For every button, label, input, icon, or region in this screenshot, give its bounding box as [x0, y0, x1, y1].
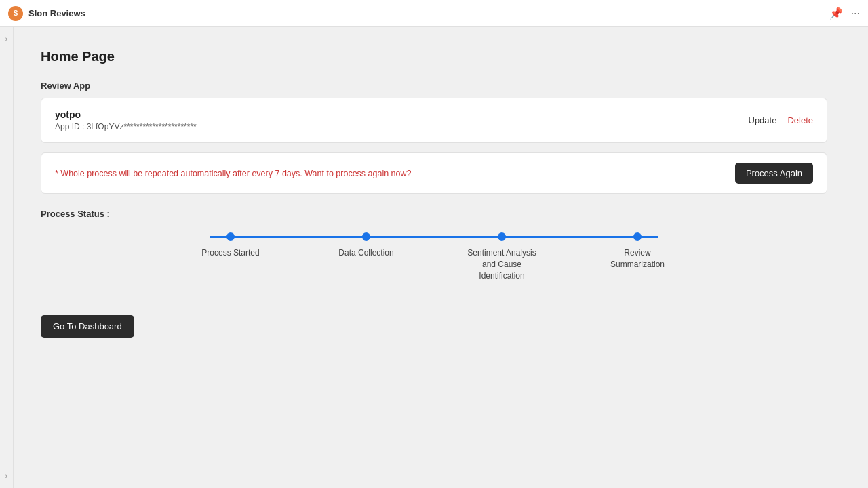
step-2-dot: [362, 232, 370, 241]
sidebar-toggle[interactable]: ›: [5, 35, 7, 43]
steps-row: Process Started Data Collection Sentimen…: [183, 232, 685, 281]
step-1-label: Process Started: [201, 247, 259, 259]
more-options-icon[interactable]: ···: [851, 7, 860, 20]
step-3-dot: [498, 232, 506, 241]
process-status-label: Process Status :: [41, 209, 827, 219]
content-area: Home Page Review App yotpo App ID : 3LfO…: [14, 27, 854, 488]
topbar-right: 📌 ···: [829, 7, 860, 20]
step-4-label: ReviewSummarization: [610, 247, 665, 270]
review-app-card: yotpo App ID : 3LfOpYVz*****************…: [41, 98, 827, 143]
progress-container: Process Started Data Collection Sentimen…: [183, 232, 685, 281]
pin-icon[interactable]: 📌: [829, 7, 843, 20]
topbar-left: S Slon Reviews: [8, 6, 85, 21]
update-button[interactable]: Update: [749, 115, 777, 125]
sidebar-bottom-toggle[interactable]: ›: [5, 472, 7, 480]
app-name: Slon Reviews: [28, 8, 85, 18]
review-app-actions: Update Delete: [749, 115, 814, 125]
step-4: ReviewSummarization: [590, 232, 685, 270]
review-app-section-label: Review App: [41, 81, 827, 91]
topbar: S Slon Reviews 📌 ···: [0, 0, 868, 27]
step-1-dot: [226, 232, 235, 241]
dashboard-button[interactable]: Go To Dashboard: [41, 315, 134, 338]
page-title: Home Page: [41, 49, 827, 64]
delete-button[interactable]: Delete: [787, 115, 813, 125]
process-again-button[interactable]: Process Again: [735, 163, 813, 184]
step-3-label: Sentiment Analysisand CauseIdentificatio…: [467, 247, 536, 281]
warning-card: * Whole process will be repeated automat…: [41, 152, 827, 194]
main-layout: › › Home Page Review App yotpo App ID : …: [0, 27, 868, 488]
app-logo: S: [8, 6, 23, 21]
right-panel: [854, 27, 868, 488]
step-2-label: Data Collection: [338, 247, 393, 259]
sidebar: › ›: [0, 27, 14, 488]
review-app-info: yotpo App ID : 3LfOpYVz*****************…: [55, 109, 197, 131]
step-4-dot: [633, 232, 642, 241]
warning-text: * Whole process will be repeated automat…: [55, 169, 412, 178]
app-platform: yotpo: [55, 109, 197, 120]
app-id: App ID : 3LfOpYVz***********************: [55, 122, 197, 131]
step-3: Sentiment Analysisand CauseIdentificatio…: [454, 232, 549, 281]
